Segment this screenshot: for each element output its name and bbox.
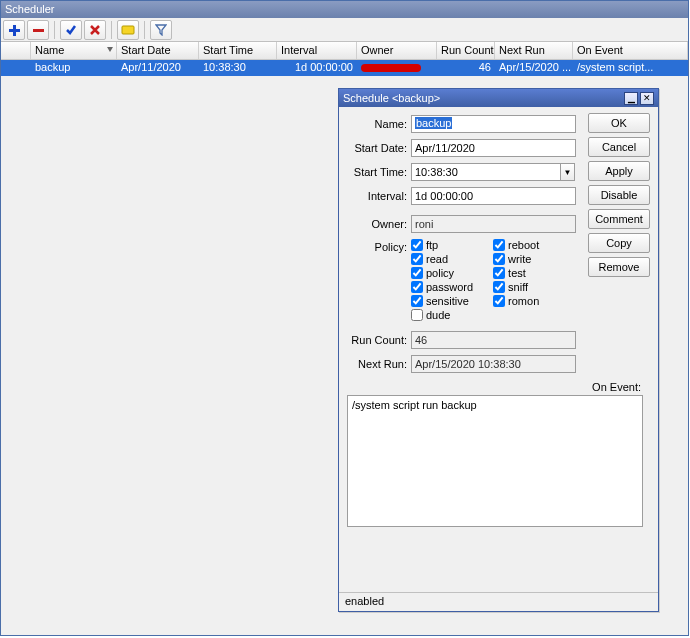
start-time-field[interactable] xyxy=(411,163,561,181)
cell-owner xyxy=(357,60,437,76)
minimize-icon: ▁ xyxy=(628,94,635,103)
col-on-event[interactable]: On Event xyxy=(573,42,688,59)
cell-start-time: 10:38:30 xyxy=(199,60,277,76)
child-titlebar: Schedule <backup> ▁ ✕ xyxy=(339,89,658,107)
policy-label: password xyxy=(426,281,473,293)
status-bar: enabled xyxy=(339,592,658,611)
policy-label: sniff xyxy=(508,281,528,293)
label-name: Name: xyxy=(347,118,411,130)
col-start-date[interactable]: Start Date xyxy=(117,42,199,59)
policy-reboot[interactable]: reboot xyxy=(493,239,539,251)
start-date-field[interactable] xyxy=(411,139,576,157)
name-field[interactable]: backup xyxy=(411,115,576,133)
col-owner[interactable]: Owner xyxy=(357,42,437,59)
policy-label: dude xyxy=(426,309,450,321)
enable-button[interactable] xyxy=(60,20,82,40)
policy-label: ftp xyxy=(426,239,438,251)
svg-rect-1 xyxy=(9,29,20,32)
enable-icon xyxy=(65,24,77,36)
sort-caret-icon xyxy=(107,47,113,52)
disable-button[interactable] xyxy=(84,20,106,40)
scheduler-window: Scheduler Name Start Date Start Time xyxy=(0,0,689,636)
redacted-owner xyxy=(361,64,421,72)
policy-policy[interactable]: policy xyxy=(411,267,473,279)
add-icon xyxy=(8,24,20,36)
window-title: Scheduler xyxy=(1,1,688,18)
policy-ftp-checkbox[interactable] xyxy=(411,239,423,251)
svg-rect-2 xyxy=(33,29,44,32)
add-button[interactable] xyxy=(3,20,25,40)
child-title: Schedule <backup> xyxy=(343,92,440,104)
owner-field xyxy=(411,215,576,233)
policy-reboot-checkbox[interactable] xyxy=(493,239,505,251)
policy-label: reboot xyxy=(508,239,539,251)
policy-dude[interactable]: dude xyxy=(411,309,473,321)
policy-label: test xyxy=(508,267,526,279)
policy-read-checkbox[interactable] xyxy=(411,253,423,265)
label-owner: Owner: xyxy=(347,218,411,230)
remove-button[interactable] xyxy=(27,20,49,40)
policy-label: sensitive xyxy=(426,295,469,307)
cell-next-run: Apr/15/2020 ... xyxy=(495,60,573,76)
table-row[interactable]: backup Apr/11/2020 10:38:30 1d 00:00:00 … xyxy=(1,60,688,76)
cell-run-count: 46 xyxy=(437,60,495,76)
table-header: Name Start Date Start Time Interval Owne… xyxy=(1,42,688,60)
start-time-dropdown[interactable]: ▼ xyxy=(560,163,575,181)
close-button[interactable]: ✕ xyxy=(640,92,654,105)
policy-write[interactable]: write xyxy=(493,253,539,265)
policy-label: romon xyxy=(508,295,539,307)
policy-label: write xyxy=(508,253,531,265)
policy-sniff-checkbox[interactable] xyxy=(493,281,505,293)
chevron-down-icon: ▼ xyxy=(564,168,572,177)
label-interval: Interval: xyxy=(347,190,411,202)
col-run-count[interactable]: Run Count xyxy=(437,42,495,59)
col-name[interactable]: Name xyxy=(31,42,117,59)
policy-sensitive[interactable]: sensitive xyxy=(411,295,473,307)
filter-button[interactable] xyxy=(150,20,172,40)
policy-policy-checkbox[interactable] xyxy=(411,267,423,279)
policy-group: ftp read policy password sensitive dude … xyxy=(411,239,576,321)
remove-icon xyxy=(32,24,44,36)
toolbar-separator xyxy=(144,21,145,39)
policy-dude-checkbox[interactable] xyxy=(411,309,423,321)
label-run-count: Run Count: xyxy=(347,334,411,346)
on-event-field[interactable] xyxy=(347,395,643,527)
close-icon: ✕ xyxy=(643,94,651,103)
policy-romon-checkbox[interactable] xyxy=(493,295,505,307)
label-policy: Policy: xyxy=(347,239,411,253)
cell-on-event: /system script... xyxy=(573,60,688,76)
policy-password-checkbox[interactable] xyxy=(411,281,423,293)
policy-romon[interactable]: romon xyxy=(493,295,539,307)
policy-write-checkbox[interactable] xyxy=(493,253,505,265)
policy-sensitive-checkbox[interactable] xyxy=(411,295,423,307)
name-value: backup xyxy=(415,117,452,129)
toolbar-separator xyxy=(111,21,112,39)
toolbar-separator xyxy=(54,21,55,39)
policy-label: policy xyxy=(426,267,454,279)
col-interval[interactable]: Interval xyxy=(277,42,357,59)
policy-test[interactable]: test xyxy=(493,267,539,279)
label-next-run: Next Run: xyxy=(347,358,411,370)
cell-name: backup xyxy=(31,60,117,76)
comment-icon xyxy=(121,25,135,35)
minimize-button[interactable]: ▁ xyxy=(624,92,638,105)
policy-ftp[interactable]: ftp xyxy=(411,239,473,251)
comment-button[interactable] xyxy=(117,20,139,40)
cell-interval: 1d 00:00:00 xyxy=(277,60,357,76)
col-label: Name xyxy=(35,44,64,56)
col-start-time[interactable]: Start Time xyxy=(199,42,277,59)
policy-test-checkbox[interactable] xyxy=(493,267,505,279)
col-next-run[interactable]: Next Run xyxy=(495,42,573,59)
schedule-editor-window: Schedule <backup> ▁ ✕ OK Cancel Apply Di… xyxy=(338,88,659,612)
cell-flag xyxy=(1,60,31,76)
policy-sniff[interactable]: sniff xyxy=(493,281,539,293)
editor-form: Name: backup Start Date: Start Time: ▼ I… xyxy=(339,109,658,591)
label-start-date: Start Date: xyxy=(347,142,411,154)
interval-field[interactable] xyxy=(411,187,576,205)
filter-icon xyxy=(155,24,167,36)
next-run-field xyxy=(411,355,576,373)
col-flag[interactable] xyxy=(1,42,31,59)
policy-read[interactable]: read xyxy=(411,253,473,265)
policy-password[interactable]: password xyxy=(411,281,473,293)
label-start-time: Start Time: xyxy=(347,166,411,178)
